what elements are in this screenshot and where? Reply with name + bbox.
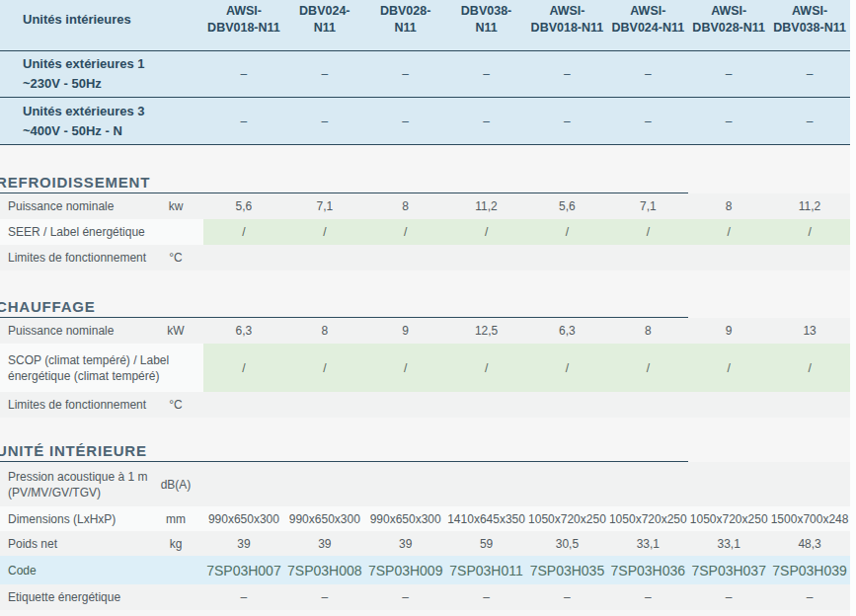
row-label: Poids net: [0, 536, 148, 552]
value-cell: 8: [284, 324, 365, 338]
table-row-net-weight: Poids net kg 39 39 39 59 30,5 33,1 33,1 …: [0, 531, 850, 556]
value-cell: 990x650x300: [365, 512, 446, 526]
value-cell: 11,2: [769, 199, 850, 213]
value-cell: 13: [769, 324, 850, 338]
value-cell: –: [688, 590, 769, 604]
column-header: AWSI- DBV028-N11: [692, 4, 765, 35]
value-cell: /: [688, 225, 769, 239]
row-label: SEER / Label énergétique: [0, 224, 148, 240]
unit-cell: °C: [148, 398, 203, 412]
unit-cell: mm: [148, 512, 203, 526]
value-cell: –: [284, 115, 365, 128]
product-code-cell: 7SP03H009: [365, 563, 446, 578]
section-cooling: REFROIDISSEMENT Puissance nominale kw 5,…: [0, 175, 850, 270]
value-cell: –: [284, 67, 365, 81]
row-label: Dimensions (LxHxP): [0, 511, 148, 527]
value-cell: /: [607, 225, 688, 239]
value-cell: –: [527, 115, 608, 128]
value-cell: 39: [284, 537, 365, 551]
value-cell: –: [203, 67, 284, 81]
value-cell: 8: [688, 199, 769, 213]
value-cell: 1050x720x250: [607, 512, 688, 526]
value-cell: –: [284, 590, 365, 604]
section-indoor-unit: UNITÉ INTÉRIEURE Pression acoustique à 1…: [0, 443, 850, 610]
value-cell: 7,1: [607, 199, 688, 213]
unit-cell: kW: [148, 324, 203, 338]
row-label: Puissance nominale: [0, 323, 148, 339]
table-row-outdoor-1: Unités extérieures 1 ~230V - 50Hz – – – …: [0, 51, 850, 98]
section-heating: CHAUFFAGE Puissance nominale kW 6,3 8 9 …: [0, 299, 850, 418]
value-cell: –: [607, 67, 688, 81]
value-cell: –: [769, 115, 850, 128]
value-cell: /: [688, 361, 769, 375]
table-row-outdoor-3: Unités extérieures 3 ~400V - 50Hz - N – …: [0, 98, 850, 145]
value-cell: –: [769, 67, 850, 81]
product-code-cell: 7SP03H011: [446, 563, 527, 578]
value-cell: 59: [446, 537, 527, 551]
value-cell: /: [446, 361, 527, 375]
value-cell: /: [284, 225, 365, 239]
column-header: AWSI- DBV024- N11: [299, 0, 350, 35]
power-supply-block: Unités intérieures AWSI- DBV018-N11 AWSI…: [0, 0, 850, 145]
value-cell: 6,3: [203, 324, 284, 338]
row-label: SCOP (climat tempéré) / Label énergétiqu…: [0, 352, 148, 384]
value-cell: 9: [365, 324, 446, 338]
value-cell: /: [365, 361, 446, 375]
product-code-cell: 7SP03H007: [203, 563, 284, 578]
section-header: CHAUFFAGE: [0, 299, 688, 318]
table-row-dimensions: Dimensions (LxHxP) mm 990x650x300 990x65…: [0, 506, 850, 531]
column-header: AWSI- DBV038- N11: [461, 0, 511, 35]
product-code-cell: 7SP03H037: [688, 563, 769, 578]
table-title: Unités intérieures: [0, 0, 148, 15]
value-cell: 33,1: [688, 537, 769, 551]
unit-cell: °C: [148, 251, 203, 265]
value-cell: 990x650x300: [284, 512, 365, 526]
table-row-heating-limits: Limites de fonctionnement °C: [0, 392, 850, 418]
table-row-energy-label: Etiquette énergétique – – – – – – – –: [0, 584, 850, 610]
spec-table: Unités intérieures AWSI- DBV018-N11 AWSI…: [0, 0, 850, 610]
value-cell: 11,2: [446, 199, 527, 213]
value-cell: 33,1: [607, 537, 688, 551]
value-cell: 1410x645x350: [446, 512, 527, 526]
value-cell: 1050x720x250: [527, 512, 608, 526]
column-header: AWSI- DBV018-N11: [207, 4, 280, 35]
row-label: Code: [0, 563, 148, 578]
column-header: AWSI- DBV018-N11: [531, 4, 604, 35]
section-title-cooling: REFROIDISSEMENT: [0, 175, 688, 190]
column-header: AWSI- DBV038-N11: [773, 4, 846, 35]
value-cell: 9: [688, 324, 769, 338]
unit-cell: kw: [148, 199, 203, 213]
value-cell: 12,5: [446, 324, 527, 338]
value-cell: 6,3: [527, 324, 608, 338]
section-title-heating: CHAUFFAGE: [0, 299, 688, 314]
value-cell: /: [284, 361, 365, 375]
section-header: REFROIDISSEMENT: [0, 175, 688, 193]
value-cell: 1050x720x250: [688, 512, 769, 526]
value-cell: 30,5: [527, 537, 608, 551]
column-header: AWSI- DBV028- N11: [380, 0, 430, 35]
value-cell: 5,6: [527, 199, 608, 213]
product-code-cell: 7SP03H035: [527, 563, 608, 578]
value-cell: –: [365, 67, 446, 81]
value-cell: /: [365, 225, 446, 239]
row-label: Pression acoustique à 1 m (PV/MV/GV/TGV): [0, 469, 148, 500]
section-header: UNITÉ INTÉRIEURE: [0, 443, 688, 462]
value-cell: /: [769, 361, 850, 375]
table-row-cooling-power: Puissance nominale kw 5,6 7,1 8 11,2 5,6…: [0, 193, 850, 219]
product-code-cell: 7SP03H036: [607, 563, 688, 578]
value-cell: /: [769, 225, 850, 239]
table-row-sound-pressure: Pression acoustique à 1 m (PV/MV/GV/TGV)…: [0, 462, 850, 506]
value-cell: –: [688, 67, 769, 81]
header-row: Unités intérieures AWSI- DBV018-N11 AWSI…: [0, 0, 850, 51]
product-code-cell: 7SP03H039: [769, 563, 850, 578]
value-cell: –: [769, 590, 850, 604]
value-cell: 48,3: [769, 537, 850, 551]
product-code-cell: 7SP03H008: [284, 563, 365, 578]
value-cell: –: [203, 590, 284, 604]
value-cell: 39: [203, 537, 284, 551]
row-label: Limites de fonctionnement: [0, 250, 148, 266]
value-cell: /: [527, 225, 608, 239]
value-cell: –: [446, 67, 527, 81]
value-cell: –: [446, 590, 527, 604]
row-label: Etiquette énergétique: [0, 589, 148, 605]
